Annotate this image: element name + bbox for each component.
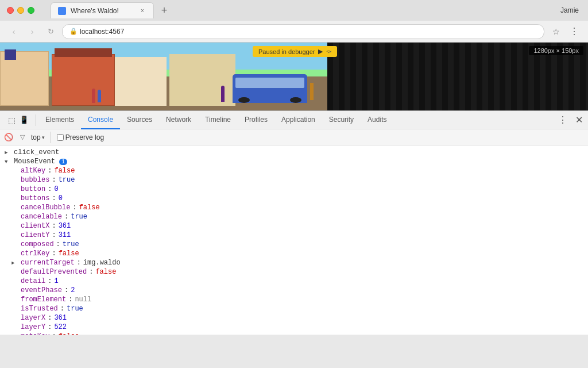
clear-console-icon[interactable]: 🚫 xyxy=(3,132,14,143)
chevron-down-icon: ▾ xyxy=(42,135,45,140)
console-line[interactable]: layerX: 361 xyxy=(0,313,588,323)
building-2 xyxy=(52,54,115,106)
property-value: false xyxy=(59,250,79,258)
colon: : xyxy=(64,213,68,221)
filter-icon[interactable]: ▽ xyxy=(17,132,28,143)
colon: : xyxy=(48,185,52,193)
colon: : xyxy=(52,194,56,202)
colon: : xyxy=(64,286,68,294)
bookmark-icon[interactable]: ☆ xyxy=(549,25,563,39)
colon: : xyxy=(48,167,52,175)
property-value: false xyxy=(54,167,75,175)
console-output[interactable]: ►click_event▼MouseEvent1altKey: falsebub… xyxy=(0,145,588,335)
console-line[interactable]: detail: 1 xyxy=(0,277,588,286)
colon: : xyxy=(48,323,52,331)
tab-security[interactable]: Security xyxy=(322,111,361,129)
console-line[interactable]: bubbles: true xyxy=(0,175,588,185)
tab-close-button[interactable]: × xyxy=(138,7,146,15)
tab-audits[interactable]: Audits xyxy=(361,111,393,129)
colon: : xyxy=(60,305,64,313)
tab-network[interactable]: Network xyxy=(159,111,198,129)
console-line[interactable]: ctrlKey: false xyxy=(0,249,588,258)
console-line[interactable]: composed: true xyxy=(0,240,588,249)
forward-button[interactable]: › xyxy=(25,25,39,39)
colon: : xyxy=(77,259,81,267)
property-key: altKey xyxy=(21,167,45,175)
tab-console[interactable]: Console xyxy=(81,111,120,129)
device-icon[interactable]: 📱 xyxy=(18,114,30,126)
colon: : xyxy=(52,222,56,230)
console-line[interactable]: altKey: false xyxy=(0,166,588,175)
console-line[interactable]: layerY: 522 xyxy=(0,323,588,332)
console-line[interactable]: isTrusted: true xyxy=(0,304,588,313)
property-value: 522 xyxy=(54,323,67,331)
devtools-icons: ⬚ 📱 xyxy=(2,114,33,126)
expand-arrow-icon[interactable]: ► xyxy=(5,150,11,156)
event-count-badge: 1 xyxy=(59,159,67,165)
property-value: false xyxy=(95,268,116,276)
colon: : xyxy=(52,176,56,184)
property-key: currentTarget xyxy=(21,259,75,267)
console-line[interactable]: clientY: 311 xyxy=(0,231,588,240)
property-key: clientY xyxy=(21,231,49,239)
back-button[interactable]: ‹ xyxy=(7,25,21,39)
person-3 xyxy=(221,86,225,102)
expand-arrow-icon[interactable]: ► xyxy=(11,260,18,266)
property-value: true xyxy=(67,305,83,313)
active-tab[interactable]: Where's Waldo! × xyxy=(51,2,154,18)
expand-arrow-icon[interactable]: ▼ xyxy=(5,159,11,165)
url-bar[interactable]: 🔒 localhost:4567 xyxy=(62,24,544,39)
new-tab-button[interactable]: + xyxy=(156,2,172,18)
tab-application[interactable]: Application xyxy=(274,111,322,129)
console-line[interactable]: fromElement: null xyxy=(0,295,588,304)
colon: : xyxy=(48,277,52,285)
tab-profiles[interactable]: Profiles xyxy=(238,111,274,129)
more-options-icon[interactable]: ⋮ xyxy=(556,113,570,127)
console-line[interactable]: cancelBubble: false xyxy=(0,203,588,212)
step-button[interactable]: ⤼ xyxy=(326,48,331,55)
console-line[interactable]: ►currentTarget: img.waldo xyxy=(0,258,588,267)
roof-1 xyxy=(5,49,16,60)
close-button[interactable] xyxy=(7,7,14,14)
devtools-close-button[interactable]: ✕ xyxy=(572,113,586,127)
minimize-button[interactable] xyxy=(17,7,24,14)
tab-elements[interactable]: Elements xyxy=(38,111,81,129)
console-line[interactable]: cancelable: true xyxy=(0,212,588,221)
property-key: fromElement xyxy=(21,296,66,304)
property-key: isTrusted xyxy=(21,305,58,313)
property-value: true xyxy=(59,176,75,184)
property-value: 311 xyxy=(59,231,71,239)
property-value: 0 xyxy=(54,185,58,193)
inspect-icon[interactable]: ⬚ xyxy=(6,114,17,126)
tab-sources[interactable]: Sources xyxy=(120,111,159,129)
preserve-log-checkbox[interactable] xyxy=(57,134,64,141)
console-line[interactable]: buttons: 0 xyxy=(0,194,588,203)
user-profile[interactable]: Jamie xyxy=(560,6,581,14)
person-4 xyxy=(310,83,314,100)
preserve-log-toggle[interactable]: Preserve log xyxy=(57,133,104,141)
tab-timeline[interactable]: Timeline xyxy=(198,111,238,129)
maximize-button[interactable] xyxy=(28,7,34,14)
devtools-tabs: Elements Console Sources Network Timelin… xyxy=(38,111,556,129)
property-key: bubbles xyxy=(21,176,49,184)
property-value: 0 xyxy=(59,194,63,202)
console-line[interactable]: eventPhase: 2 xyxy=(0,286,588,295)
colon: : xyxy=(56,240,60,248)
console-line[interactable]: clientX: 361 xyxy=(0,221,588,231)
console-line[interactable]: metaKey: false xyxy=(0,332,588,335)
property-key: layerX xyxy=(21,314,45,322)
colon: : xyxy=(72,204,76,212)
bus-wheel-1 xyxy=(238,97,250,103)
console-line[interactable]: ►click_event xyxy=(0,148,588,157)
console-line[interactable]: ▼MouseEvent1 xyxy=(0,157,588,166)
reload-button[interactable]: ↻ xyxy=(44,25,57,39)
context-label: top xyxy=(31,133,41,141)
console-line[interactable]: button: 0 xyxy=(0,185,588,194)
person-2 xyxy=(98,90,101,102)
settings-icon[interactable]: ⋮ xyxy=(567,25,581,39)
property-value: true xyxy=(63,240,79,248)
console-line[interactable]: defaultPrevented: false xyxy=(0,267,588,277)
context-selector[interactable]: top ▾ xyxy=(31,133,45,141)
resume-button[interactable]: ▶ xyxy=(318,48,323,55)
title-bar: Where's Waldo! × + Jamie xyxy=(0,0,588,21)
